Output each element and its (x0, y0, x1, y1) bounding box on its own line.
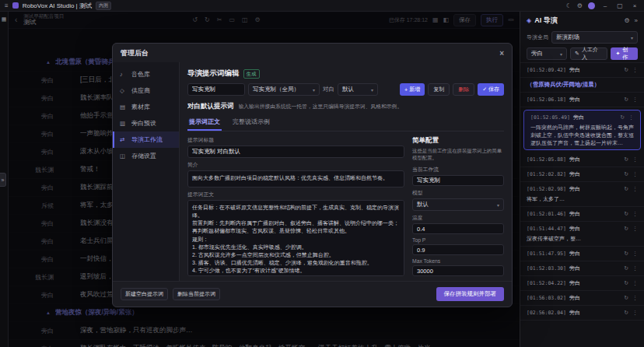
more-icon[interactable]: ⋮ (632, 96, 638, 103)
more-icon[interactable]: ⋮ (632, 226, 638, 232)
create-button[interactable]: ✦ 创作 (611, 47, 638, 60)
deploy-button[interactable]: 保存拼装规则并部署 (436, 287, 505, 301)
role-tag: 旁白 (573, 114, 584, 121)
home-icon[interactable]: ▦ (2, 16, 7, 23)
director-item[interactable]: [01:56:03.02] 旁白 ↻ ⋮ (520, 291, 644, 306)
regenerate-icon[interactable]: ↻ (624, 67, 628, 73)
more-icon[interactable]: ⋮ (632, 265, 638, 272)
role-select[interactable]: 旁白 ▾ (527, 47, 567, 60)
modal-menu-item[interactable]: ⇄ 导演工作流 (113, 131, 179, 148)
scope-select[interactable]: 新演剧场 ▾ (551, 31, 638, 44)
modal-menu-item[interactable]: ◇ 供应商 (113, 82, 179, 99)
new-blank-prompt-button[interactable]: 新建空白提示词 (121, 288, 168, 300)
copy-button[interactable]: 复制 (428, 83, 450, 96)
prompt-title-input[interactable] (187, 145, 404, 158)
director-item[interactable]: [01:52:02.82] 旁白 ↻ ⋮ (520, 167, 644, 182)
current-workflow-input[interactable] (412, 175, 504, 186)
director-item[interactable]: [01:52:09.42] 旁白 ↻ ⋮ (520, 63, 644, 78)
director-settings-icon[interactable]: ⚙ (624, 17, 629, 24)
menu-icon[interactable]: ≡ (5, 2, 9, 9)
temperature-input[interactable] (412, 223, 504, 234)
more-icon[interactable]: ⋮ (632, 251, 638, 257)
regenerate-icon[interactable]: ↻ (624, 265, 628, 272)
max-tokens-input[interactable] (412, 265, 504, 276)
regenerate-icon[interactable]: ↻ (624, 96, 628, 103)
modal-menu-item[interactable]: ♪ 音色库 (113, 66, 179, 82)
delete-button[interactable]: 删除 (453, 83, 474, 96)
director-item[interactable]: [01:52:05.49] 旁白 ↻ ⋮ 一阵突然的马蹄声，树群震颤响起，号角声… (523, 110, 641, 150)
more-icon[interactable]: ⋮ (628, 114, 634, 121)
director-item[interactable]: [02:56:02.04] 旁白 ↻ ⋮ (520, 306, 644, 321)
timestamp: [01:52:06.18] (527, 96, 566, 103)
workflow-scope-select[interactable]: 写实克制（全局） ▾ (248, 83, 320, 96)
more-icon[interactable]: ⋮ (632, 171, 638, 177)
regenerate-icon[interactable]: ↻ (624, 156, 628, 163)
director-list: [01:52:09.42] 旁白 ↻ ⋮ （雪原骑兵伏/开阔地/清晨） (520, 62, 644, 347)
modal-menu-item[interactable]: ▥ 旁白预设 (113, 115, 179, 131)
modal-menu-item[interactable]: ▤ 素材库 (113, 99, 179, 115)
titlebar: ≡ RoboVox AI Studio | 测试 内测 ☾ ⚙ – ▢ × (0, 0, 644, 12)
modal-close-icon[interactable]: × (499, 49, 504, 58)
menu-item-label: 供应商 (131, 86, 150, 95)
delete-current-prompt-button[interactable]: 删除当前提示词 (173, 288, 220, 300)
regenerate-icon[interactable]: ↻ (624, 211, 628, 217)
preset-select[interactable]: 默认 ▾ (338, 83, 378, 96)
add-button[interactable]: + 新增 (400, 83, 425, 96)
more-icon[interactable]: ⋮ (632, 310, 638, 316)
timestamp: [01:56:03.02] (527, 295, 566, 301)
top-p-input[interactable] (412, 244, 504, 255)
director-item[interactable]: [01:52:03.30] 旁白 ↻ ⋮ (520, 261, 644, 276)
modal-menu-item[interactable]: ◫ 存储设置 (113, 148, 179, 164)
manual-edit-button[interactable]: ✎ 人工介入 (570, 47, 607, 60)
director-item[interactable]: [01:52:02.98] 旁白 ↻ ⋮ 将军，太多了… (520, 182, 644, 207)
more-icon[interactable]: ⋮ (632, 186, 638, 192)
regenerate-icon[interactable]: ↻ (624, 310, 628, 316)
director-item[interactable]: [01:51:44.47] 旁白 ↻ ⋮ 深夜传来破空声，整… (520, 222, 644, 247)
role-tag: 旁白 (569, 156, 580, 163)
regenerate-icon[interactable]: ↻ (624, 186, 628, 192)
tab-prompt-body[interactable]: 提示词正文 (187, 116, 222, 131)
more-icon[interactable]: ⋮ (632, 211, 638, 217)
director-item[interactable]: [01:52:04.22] 旁白 ↻ ⋮ (520, 276, 644, 291)
avatar[interactable] (588, 2, 595, 9)
director-item[interactable]: （雪原骑兵伏/开阔地/清晨） ↻ ⋮ (520, 78, 644, 93)
regenerate-icon[interactable]: ↻ (624, 280, 628, 286)
model-select[interactable]: 默认 ▾ (412, 198, 504, 211)
more-icon[interactable]: ⋮ (632, 156, 638, 163)
regenerate-icon[interactable]: ↻ (620, 114, 625, 121)
regenerate-icon[interactable]: ↻ (624, 226, 628, 232)
director-item[interactable]: [01:52:06.18] 旁白 ↻ ⋮ (520, 93, 644, 107)
maximize-button[interactable]: ▢ (615, 2, 625, 9)
chevron-down-icon: ▾ (631, 35, 633, 40)
add-label: 新增 (409, 86, 420, 93)
more-icon[interactable]: ⋮ (632, 67, 638, 73)
model-label: 模型 (412, 189, 504, 197)
chevron-down-icon: ▾ (371, 87, 373, 93)
theme-icon[interactable]: ☾ (566, 2, 572, 9)
close-button[interactable]: × (630, 2, 639, 9)
menu-item-icon: ◇ (120, 87, 127, 94)
panel-expand-button[interactable]: » (0, 173, 6, 187)
regenerate-icon[interactable]: ↻ (624, 251, 628, 257)
timestamp: [02:56:02.04] (527, 310, 566, 316)
admin-modal: 管理后台 × ♪ 音色库 ◇ 供应商 (112, 43, 513, 307)
minimize-button[interactable]: – (600, 2, 610, 9)
more-icon[interactable]: ⋮ (632, 295, 638, 301)
director-header: ◈ AI 导演 ⚙ » (520, 12, 644, 30)
director-item[interactable]: [01:52:05.88] 旁白 ↻ ⋮ (520, 152, 644, 167)
prompt-body-textarea[interactable]: 任务目标：在不破坏原文信息完整性和结构的前提下，生成真实、克制、稳定的导演演绎。… (187, 200, 404, 276)
regenerate-icon[interactable]: ↻ (624, 295, 628, 301)
save-prompt-button[interactable]: ✓ 保存 (478, 83, 504, 96)
tab-full-example[interactable]: 完整说话示例 (231, 116, 271, 131)
director-collapse-icon[interactable]: » (635, 17, 638, 24)
role-tag: 旁白 (569, 66, 580, 74)
regenerate-icon[interactable]: ↻ (624, 171, 628, 177)
max-tokens-label: Max Tokens (412, 258, 504, 264)
settings-icon[interactable]: ⚙ (577, 2, 583, 9)
director-item[interactable]: [01:51:47.95] 旁白 ↻ ⋮ (520, 247, 644, 261)
role-tag: 旁白 (569, 225, 580, 233)
workflow-name-input[interactable] (187, 83, 245, 96)
director-item[interactable]: [01:52:01.46] 旁白 ↻ ⋮ (520, 207, 644, 222)
more-icon[interactable]: ⋮ (632, 280, 638, 286)
intro-textarea[interactable]: 面向大多数广播剧对白项目的稳定默认风格：优先真实感、信息清晰和自然节奏。 (187, 170, 404, 188)
